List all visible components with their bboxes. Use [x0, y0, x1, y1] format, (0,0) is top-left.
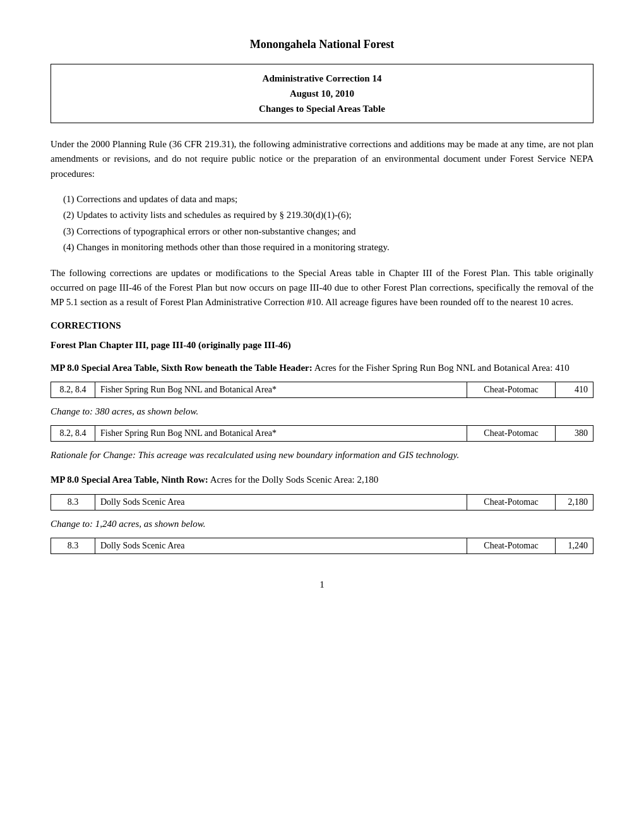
table-row: 8.2, 8.4 Fisher Spring Run Bog NNL and B… — [51, 382, 593, 397]
correction-2-heading: MP 8.0 Special Area Table, Ninth Row: Ac… — [51, 473, 593, 487]
acres-cell: 1,240 — [556, 538, 593, 553]
list-item: (2) Updates to activity lists and schedu… — [63, 207, 593, 224]
name-cell: Dolly Sods Scenic Area — [95, 538, 467, 553]
correction-1-heading: MP 8.0 Special Area Table, Sixth Row ben… — [51, 361, 593, 375]
correction-1-heading-normal: Acres for the Fisher Spring Run Bog NNL … — [313, 363, 569, 373]
change-to-label: Change to: — [51, 406, 93, 416]
rationale-label: Rationale for Change: — [51, 450, 136, 460]
mp-cell: 8.2, 8.4 — [51, 382, 95, 397]
list-item: (3) Corrections of typographical errors … — [63, 224, 593, 240]
table-row: 8.2, 8.4 Fisher Spring Run Bog NNL and B… — [51, 426, 593, 442]
list-item: (4) Changes in monitoring methods other … — [63, 239, 593, 256]
mp-cell: 8.3 — [51, 494, 95, 510]
list-item: (1) Corrections and updates of data and … — [63, 191, 593, 208]
correction-2-original-table: 8.3 Dolly Sods Scenic Area Cheat-Potomac… — [51, 494, 593, 511]
acres-cell: 380 — [556, 426, 593, 442]
correction-2: MP 8.0 Special Area Table, Ninth Row: Ac… — [51, 473, 593, 554]
subsection-heading: Forest Plan Chapter III, page III-40 (or… — [51, 340, 593, 351]
name-cell: Fisher Spring Run Bog NNL and Botanical … — [95, 426, 467, 442]
correction-1-original-table: 8.2, 8.4 Fisher Spring Run Bog NNL and B… — [51, 382, 593, 398]
river-cell: Cheat-Potomac — [467, 426, 556, 442]
header-line1: Administrative Correction 14 — [64, 71, 580, 86]
correction-2-heading-bold: MP 8.0 Special Area Table, Ninth Row: — [51, 474, 208, 485]
acres-cell: 2,180 — [556, 494, 593, 510]
change-to-text: 380 acres, as shown below. — [93, 406, 198, 416]
name-cell: Dolly Sods Scenic Area — [95, 494, 467, 510]
mp-cell: 8.2, 8.4 — [51, 426, 95, 442]
river-cell: Cheat-Potomac — [467, 538, 556, 553]
rationale-text: This acreage was recalculated using new … — [136, 450, 459, 460]
river-cell: Cheat-Potomac — [467, 494, 556, 510]
change-to-text: 1,240 acres, as shown below. — [93, 519, 205, 529]
correction-2-heading-normal: Acres for the Dolly Sods Scenic Area: 2,… — [208, 474, 379, 485]
correction-1: MP 8.0 Special Area Table, Sixth Row ben… — [51, 361, 593, 463]
correction-1-rationale: Rationale for Change: This acreage was r… — [51, 448, 593, 462]
table-row: 8.3 Dolly Sods Scenic Area Cheat-Potomac… — [51, 494, 593, 510]
header-line3: Changes to Special Areas Table — [64, 101, 580, 116]
page-number: 1 — [51, 579, 593, 590]
correction-1-heading-bold: MP 8.0 Special Area Table, Sixth Row ben… — [51, 363, 313, 373]
following-paragraph: The following corrections are updates or… — [51, 266, 593, 310]
correction-1-updated-table: 8.2, 8.4 Fisher Spring Run Bog NNL and B… — [51, 425, 593, 442]
header-box: Administrative Correction 14 August 10, … — [51, 64, 593, 123]
corrections-heading: CORRECTIONS — [51, 320, 593, 331]
intro-list: (1) Corrections and updates of data and … — [63, 191, 593, 256]
river-cell: Cheat-Potomac — [467, 382, 556, 397]
correction-1-change-to: Change to: 380 acres, as shown below. — [51, 404, 593, 419]
page-title: Monongahela National Forest — [51, 38, 593, 51]
correction-2-updated-table: 8.3 Dolly Sods Scenic Area Cheat-Potomac… — [51, 538, 593, 554]
mp-cell: 8.3 — [51, 538, 95, 553]
header-line2: August 10, 2010 — [64, 86, 580, 101]
change-to-label: Change to: — [51, 519, 93, 529]
table-row: 8.3 Dolly Sods Scenic Area Cheat-Potomac… — [51, 538, 593, 553]
intro-paragraph: Under the 2000 Planning Rule (36 CFR 219… — [51, 137, 593, 181]
correction-2-change-to: Change to: 1,240 acres, as shown below. — [51, 517, 593, 531]
acres-cell: 410 — [556, 382, 593, 397]
name-cell: Fisher Spring Run Bog NNL and Botanical … — [95, 382, 467, 397]
